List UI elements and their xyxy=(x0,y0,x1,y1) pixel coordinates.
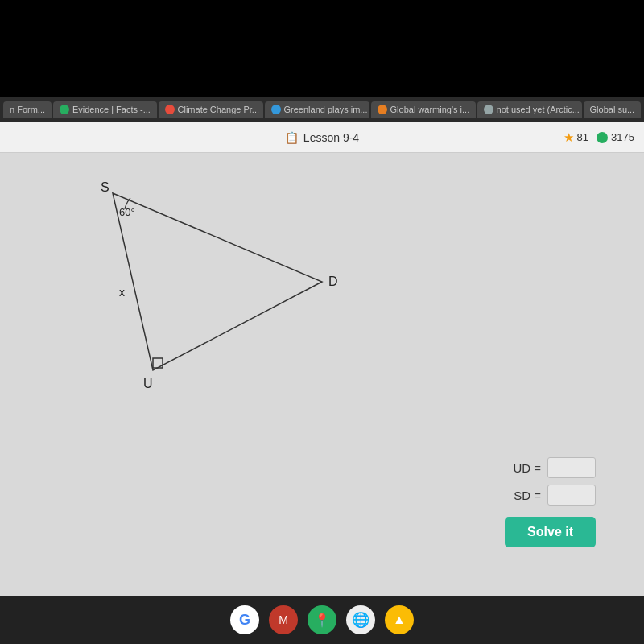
stars-count: 81 xyxy=(577,131,588,143)
tab-6-label: not used yet (Arctic... xyxy=(497,105,580,114)
tab-bar: n Form... Evidence | Facts -... Climate … xyxy=(0,97,644,122)
tab-3[interactable]: Climate Change Pr... xyxy=(159,101,263,118)
answer-area: UD = SD = Solve it xyxy=(505,457,596,547)
tab-1[interactable]: n Form... xyxy=(3,101,52,118)
svg-marker-0 xyxy=(113,193,322,370)
tab-2-icon xyxy=(60,105,69,114)
taskbar-gmail-icon[interactable]: M xyxy=(269,605,298,634)
toolbar: 📋 Lesson 9-4 ★ 81 3175 xyxy=(0,122,644,153)
tab-7-label: Global su... xyxy=(590,105,635,114)
tab-3-label: Climate Change Pr... xyxy=(178,105,260,114)
ud-label: UD = xyxy=(513,461,541,475)
tab-2[interactable]: Evidence | Facts -... xyxy=(53,101,157,118)
star-icon: ★ xyxy=(564,130,574,145)
tab-5-label: Global warming's i... xyxy=(390,105,470,114)
taskbar-chrome-icon[interactable]: 🌐 xyxy=(346,605,375,634)
taskbar-maps-icon[interactable]: 📍 xyxy=(308,605,336,634)
lesson-title: Lesson 9-4 xyxy=(303,131,359,144)
vertex-s-label: S xyxy=(101,180,109,194)
toolbar-right: ★ 81 3175 xyxy=(564,130,634,145)
vertex-d-label: D xyxy=(328,275,338,288)
tab-3-icon xyxy=(165,105,175,114)
tab-6[interactable]: not used yet (Arctic... xyxy=(477,101,582,118)
points-badge: 3175 xyxy=(597,131,634,143)
tab-4[interactable]: Greenland plays im... xyxy=(265,101,369,118)
sd-row: SD = xyxy=(514,485,596,506)
tab-5-icon xyxy=(378,105,387,114)
top-black-bar xyxy=(0,0,644,97)
tab-6-icon xyxy=(484,105,493,114)
tab-4-icon xyxy=(271,105,281,114)
angle-label: 60° xyxy=(119,206,135,218)
points-count: 3175 xyxy=(611,131,634,143)
vertex-u-label: U xyxy=(143,377,153,390)
points-dot-icon xyxy=(597,132,608,143)
tab-7[interactable]: Global su... xyxy=(584,101,641,118)
taskbar: G M 📍 🌐 ▲ xyxy=(0,596,644,644)
solve-button[interactable]: Solve it xyxy=(505,517,596,547)
ud-row: UD = xyxy=(513,457,596,478)
ud-input[interactable] xyxy=(547,457,596,478)
toolbar-center: 📋 Lesson 9-4 xyxy=(285,131,359,144)
taskbar-google-icon[interactable]: G xyxy=(230,605,259,634)
taskbar-drive-icon[interactable]: ▲ xyxy=(385,605,414,634)
stars-badge: ★ 81 xyxy=(564,130,588,145)
tab-2-label: Evidence | Facts -... xyxy=(72,105,151,114)
side-x-label: x xyxy=(119,286,125,299)
main-content: S D U 60° x UD = SD = Solve it xyxy=(0,153,644,596)
tab-5[interactable]: Global warming's i... xyxy=(371,101,476,118)
sd-input[interactable] xyxy=(547,485,596,506)
lesson-icon: 📋 xyxy=(285,131,299,144)
diagram-area: S D U 60° x xyxy=(48,169,386,427)
tab-1-label: n Form... xyxy=(10,105,45,114)
tab-4-label: Greenland plays im... xyxy=(284,105,368,114)
sd-label: SD = xyxy=(514,489,541,502)
